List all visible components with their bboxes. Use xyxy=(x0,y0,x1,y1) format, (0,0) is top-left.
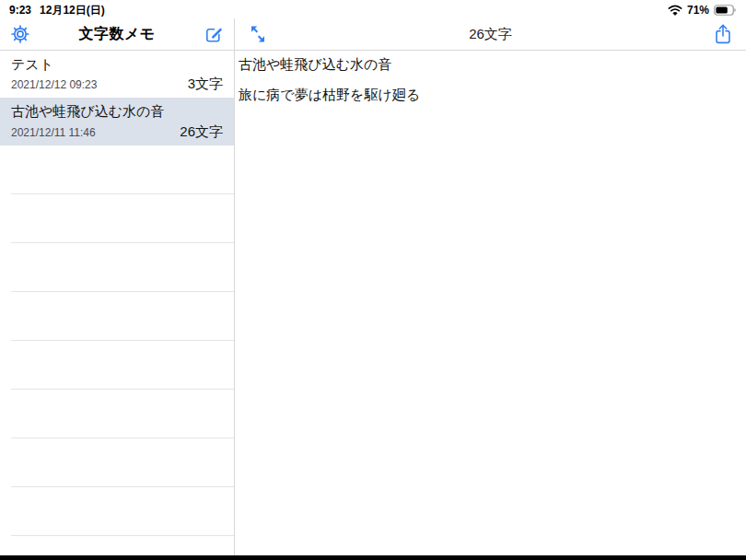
empty-list-row xyxy=(11,146,234,194)
gear-icon xyxy=(11,25,29,43)
app-title: 文字数メモ xyxy=(29,25,204,44)
settings-button[interactable] xyxy=(11,25,29,43)
status-bar-right: 71% xyxy=(668,4,737,17)
compose-button[interactable] xyxy=(204,25,223,43)
empty-list-row xyxy=(11,390,234,438)
app-screen: 9:23 12月12日(日) 71% xyxy=(0,0,746,560)
note-date: 2021/12/12 09:23 xyxy=(11,78,97,91)
empty-list-row xyxy=(11,243,234,292)
split-view: 文字数メモ テスト 2021/12/12 09:23 3文字 xyxy=(0,18,746,555)
empty-list-row xyxy=(11,341,234,390)
editor-char-count: 26文字 xyxy=(267,26,714,43)
sidebar: 文字数メモ テスト 2021/12/12 09:23 3文字 xyxy=(0,18,235,555)
note-text-area[interactable]: 古池や蛙飛び込む水の音 旅に病で夢は枯野を駆け廻る xyxy=(235,51,746,555)
wifi-icon xyxy=(668,5,682,16)
expand-button[interactable] xyxy=(249,24,267,44)
share-icon xyxy=(714,23,732,45)
note-char-count: 26文字 xyxy=(180,123,223,141)
share-button[interactable] xyxy=(714,23,732,45)
empty-list-row xyxy=(11,487,234,536)
note-date: 2021/12/11 11:46 xyxy=(11,126,96,139)
note-list: テスト 2021/12/12 09:23 3文字 古池や蛙飛び込む水の音 202… xyxy=(0,51,234,555)
editor-pane: 26文字 古池や蛙飛び込む水の音 旅に病で夢は枯野を駆け廻る xyxy=(235,18,746,555)
sidebar-header: 文字数メモ xyxy=(0,18,234,51)
note-title: 古池や蛙飛び込む水の音 xyxy=(11,103,223,121)
empty-list-row xyxy=(11,292,234,341)
compose-icon xyxy=(204,25,223,43)
note-title: テスト xyxy=(11,56,223,74)
battery-icon xyxy=(714,5,737,16)
note-row-test[interactable]: テスト 2021/12/12 09:23 3文字 xyxy=(0,51,234,98)
bottom-bar xyxy=(0,555,746,560)
note-row-furuike[interactable]: 古池や蛙飛び込む水の音 2021/12/11 11:46 26文字 xyxy=(0,98,234,146)
editor-header: 26文字 xyxy=(235,18,746,51)
clock: 9:23 xyxy=(9,4,31,17)
status-date: 12月12日(日) xyxy=(40,3,105,18)
note-char-count: 3文字 xyxy=(188,76,223,93)
status-bar-left: 9:23 12月12日(日) xyxy=(9,3,105,18)
empty-list-row xyxy=(11,438,234,487)
status-bar: 9:23 12月12日(日) 71% xyxy=(0,0,746,18)
battery-percent: 71% xyxy=(687,4,709,17)
list-tail xyxy=(0,536,234,555)
empty-list-row xyxy=(11,194,234,243)
expand-arrows-icon xyxy=(249,24,267,44)
